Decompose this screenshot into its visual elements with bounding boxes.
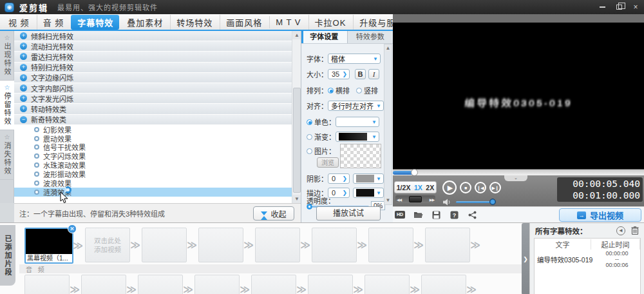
menu-item[interactable]: 字幕特效 [71,15,119,30]
stage-tab[interactable]: ☆ 出现特效 [0,31,14,81]
empty-video-slot[interactable]: ≫ [368,228,413,262]
empty-audio-slot[interactable]: ≫ [138,275,183,294]
speed-option[interactable]: 1/2X [397,184,411,191]
radio-icon[interactable] [34,144,39,150]
radio-vertical[interactable] [356,88,362,93]
radio-icon[interactable] [34,172,39,177]
expand-icon[interactable]: + [20,74,27,81]
empty-audio-slot[interactable]: ≫ [251,275,296,294]
empty-audio-slot[interactable]: ≫ [365,275,410,294]
stage-tab[interactable]: ☆ 停留特效 [0,81,14,130]
help-icon[interactable]: ? [449,210,459,219]
controls-collapse-tab[interactable]: ⌄ [504,175,527,181]
effect-option-row[interactable]: 信号干扰效果 [14,142,292,152]
bold-button[interactable]: B [355,69,366,79]
menu-item[interactable]: 卡拉OK [308,15,352,30]
radio-icon[interactable] [34,127,39,132]
scroll-up-icon[interactable]: ▲ [384,44,392,52]
empty-audio-slot[interactable]: ≫ [81,275,126,294]
back-circle-icon[interactable]: ◄ [616,226,625,235]
radio-icon[interactable] [34,136,39,141]
effect-category-row[interactable]: + 转动特效类 [14,104,292,114]
video-canvas[interactable]: 编导特效0305-019 [393,23,644,169]
effect-category-row[interactable]: + 文字内部闪烁 [14,83,292,93]
save-icon[interactable] [431,210,441,219]
empty-video-slot[interactable]: ≫ [198,228,243,262]
remove-clip-icon[interactable]: ✕ [68,224,77,233]
expand-icon[interactable]: + [20,32,27,39]
radio-icon[interactable] [34,181,39,186]
size-stepper[interactable]: 35❯ [328,69,350,79]
shadow-color-select[interactable]: ▼ [353,173,384,184]
settings-tab[interactable]: 字体设置 [301,31,347,43]
video-clip[interactable]: 黑幕视频（1... ✕ ≫ [24,228,73,264]
font-select[interactable]: 楷体▼ [328,54,381,64]
collapse-panel-button[interactable]: 收起 [253,206,294,220]
speed-slider-knob[interactable] [409,196,422,202]
menu-item[interactable]: 转场特效 [170,15,218,30]
expand-icon[interactable]: + [20,53,27,60]
speed-option[interactable]: 2X [426,184,434,191]
menu-item[interactable]: M T V [269,16,307,28]
effect-category-row[interactable]: + 倾斜扫光特效 [14,31,292,41]
effects-scrollbar[interactable]: ▲ ▼ [292,31,301,203]
empty-video-slot[interactable]: ≫ [255,228,300,262]
settings-scrollbar[interactable]: ▲ ▼ [384,44,392,205]
scroll-down-icon[interactable]: ▼ [292,195,301,203]
speed-slider[interactable]: ◀◀ ▶▶ [395,195,435,203]
solid-color-select[interactable]: ▼ [336,117,379,127]
volume-control[interactable] [443,199,452,206]
align-select[interactable]: 多行时左对齐▼ [328,101,384,111]
subtitle-row[interactable]: 编导特效0305-019 00:00:00 -- 00:00:06 [535,250,640,270]
speed-option[interactable]: 1X [414,184,422,191]
seek-bar[interactable] [393,169,644,175]
shadow-stepper[interactable]: 0❯ [328,173,350,184]
delete-icon[interactable] [631,226,639,235]
stroke-color-select[interactable]: ▼ [353,188,384,198]
radio-solid-color[interactable] [307,119,312,125]
next-frame-button[interactable]: ▶❙ [489,182,501,193]
empty-video-slot[interactable]: ≫ [312,228,357,262]
effect-category-row[interactable]: + 特别扫光特效 [14,63,292,73]
empty-audio-slot[interactable]: ≫ [308,275,353,294]
scroll-down-icon[interactable]: ▼ [384,197,392,204]
volume-track[interactable] [456,201,493,203]
effect-option-row[interactable]: 震动效果 [14,134,292,143]
expand-icon[interactable]: + [20,95,27,102]
share-icon[interactable] [467,210,477,219]
radio-icon[interactable] [34,153,39,159]
restore-button[interactable] [614,3,623,12]
effect-option-row[interactable]: 幻影效果 [14,125,292,134]
effect-category-row[interactable]: + 文字边缘闪烁 [14,73,292,83]
expand-icon[interactable]: + [20,64,27,71]
minimize-button[interactable] [598,3,607,12]
subtitle-panel-handle[interactable]: ❯ [522,223,529,294]
effect-option-row[interactable]: 波形振动效果 [14,170,292,179]
effect-category-row[interactable]: − 新奇特效类 [14,115,292,125]
scrollbar-thumb[interactable] [293,88,301,193]
play-test-button[interactable]: 播放试试 [316,206,381,220]
expand-icon[interactable]: + [20,84,27,92]
italic-button[interactable]: I [368,69,379,79]
radio-icon[interactable] [34,190,39,195]
effect-category-row[interactable]: + 流动扫光特效 [14,41,292,52]
stop-button[interactable]: ■ [460,182,471,193]
radio-gradient[interactable] [307,134,312,140]
effect-option-row[interactable]: 涟漪效果 [14,188,292,197]
effect-category-row[interactable]: + 雷达扫光特效 [14,52,292,62]
clip-thumbnail[interactable] [26,229,72,254]
close-button[interactable]: × [631,3,640,12]
menu-item[interactable]: 视 频 [2,15,35,30]
empty-audio-slot[interactable]: ≫ [24,275,70,294]
empty-audio-slot[interactable]: ≫ [421,275,466,294]
hd-quality-icon[interactable]: HD [395,210,405,219]
effect-option-row[interactable]: 文字闪烁效果 [14,152,292,161]
expand-icon[interactable]: + [20,105,27,112]
export-video-button[interactable]: → 导出视频 [559,208,641,222]
open-folder-icon[interactable] [413,210,423,219]
gradient-select[interactable]: ▼ [336,132,379,142]
effect-option-row[interactable]: 波浪效果 [14,179,292,188]
expand-icon[interactable]: + [20,43,27,50]
stage-tab[interactable]: ☆ 消失特效 [0,130,14,180]
radio-horizontal[interactable] [328,88,334,93]
